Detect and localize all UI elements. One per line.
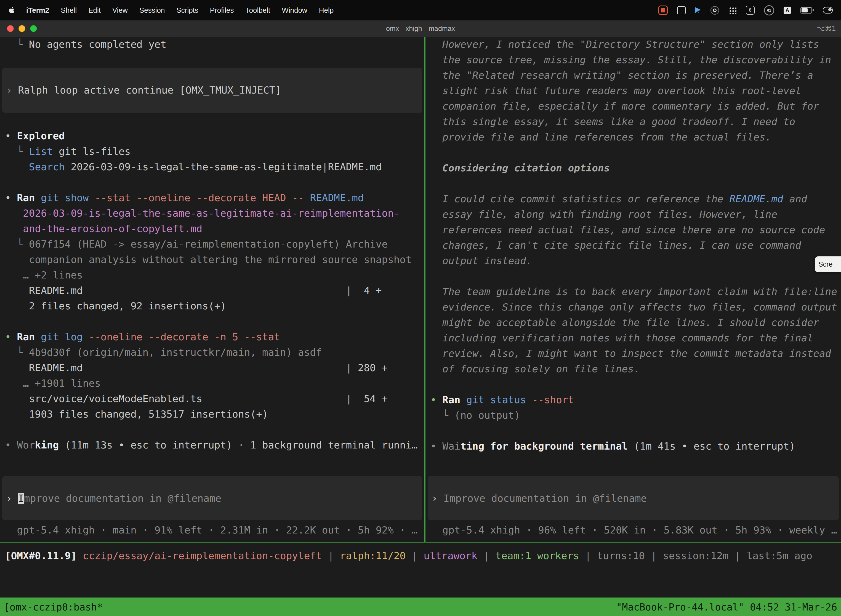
text-segment: session:12m	[663, 550, 728, 561]
text-segment: └	[5, 39, 29, 50]
text-segment: •	[5, 130, 17, 142]
window-title: omx --xhigh --madmax	[0, 25, 841, 32]
window-title-bar[interactable]: omx --xhigh --madmax ⌥⌘1	[0, 21, 841, 37]
text-segment: Ran	[17, 331, 35, 343]
terminal-line: … +2 lines	[0, 267, 424, 283]
terminal-line: I could cite commit statistics or refere…	[425, 191, 841, 207]
text-segment: cczip/essay/ai-reimplementation-copyleft	[83, 550, 322, 561]
left-pane-output: • Explored └ List git ls-files Search 20…	[0, 113, 424, 453]
text-segment: |	[579, 550, 597, 561]
menu-bar-status-icons: 8 61 A	[658, 5, 833, 15]
text-segment: might be acceptable alongside the file l…	[431, 317, 819, 328]
text-segment: git ls-files	[53, 146, 130, 157]
menu-item-session[interactable]: Session	[139, 6, 165, 15]
terminal-line	[0, 113, 424, 128]
prompt-chevron-icon: ›	[432, 493, 443, 504]
text-segment: 1 background terminal runni…	[250, 439, 418, 451]
menu-item-view[interactable]: View	[112, 6, 128, 15]
menu-item-shell[interactable]: Shell	[61, 6, 77, 15]
minimize-window-button[interactable]	[19, 25, 25, 32]
text-segment: (1m 41s • esc to interrupt)	[628, 440, 795, 452]
text-segment: gpt-5.4 xhigh · 96% left · 520K in · 5.8…	[442, 524, 837, 536]
pointer-app-icon[interactable]	[695, 7, 701, 13]
text-segment: (no output)	[454, 409, 520, 421]
text-segment: output instead.	[431, 255, 532, 266]
text-segment: 2026-03-09-is-legal-the-same-as-legitima…	[65, 161, 382, 173]
battery-gauge-icon[interactable]: 61	[764, 5, 774, 15]
text-segment: … +2 lines	[5, 269, 83, 281]
dots-grid-icon[interactable]	[728, 6, 736, 14]
terminal-line: • Ran git status --short	[425, 392, 841, 408]
menu-item-window[interactable]: Window	[282, 6, 307, 15]
text-segment: --short	[526, 394, 574, 405]
text-segment: 2026-03-09-is-legal-the-same-as-legitima…	[23, 208, 400, 219]
menu-item-toolbelt[interactable]: Toolbelt	[246, 6, 270, 15]
text-segment: •	[5, 439, 17, 451]
window-controls	[0, 25, 37, 32]
terminal-content: └ No agents completed yet › Ralph loop a…	[0, 37, 841, 542]
terminal-line: 2026-03-09-is-legal-the-same-as-legitima…	[0, 205, 424, 221]
battery-icon[interactable]	[800, 7, 812, 13]
terminal-line: changes, I can't cite specific file line…	[425, 238, 841, 253]
right-terminal-pane[interactable]: However, I noticed the "Directory Struct…	[425, 37, 841, 542]
text-segment: (11m 13s • esc to interrupt)	[59, 439, 232, 451]
keystroke-icon[interactable]: 8	[746, 6, 755, 15]
text-segment: essay file, along with finding root file…	[431, 209, 777, 220]
terminal-line	[425, 377, 841, 392]
left-prompt-input[interactable]: › Improve documentation in @filename	[2, 476, 422, 520]
terminal-line: companion file, especially if more comme…	[425, 98, 841, 114]
terminal-line: However, I noticed the "Directory Struct…	[425, 37, 841, 52]
terminal-line: the "Related research writing" section i…	[425, 67, 841, 83]
zoom-window-button[interactable]	[30, 25, 37, 32]
text-segment	[460, 394, 466, 405]
text-segment: review. Also, I might want to inspect th…	[431, 348, 831, 359]
right-input-text: Improve documentation in @filename	[443, 493, 647, 504]
menu-item-profiles[interactable]: Profiles	[210, 6, 234, 15]
menu-item-edit[interactable]: Edit	[88, 6, 101, 15]
close-window-button[interactable]	[7, 25, 14, 32]
terminal-line: README.md | 4 +	[0, 283, 424, 298]
menu-item-help[interactable]: Help	[319, 6, 334, 15]
terminal-line: references need actual files, and since …	[425, 222, 841, 238]
terminal-line	[425, 268, 841, 284]
tmux-status-bar: [omx-cczip0:bash* "MacBook-Pro-44.local"…	[0, 597, 841, 616]
text-segment: ultrawork	[423, 550, 477, 561]
text-segment: provide file and line references from th…	[431, 131, 771, 143]
text-segment	[5, 161, 29, 173]
screen-share-popup[interactable]: Scre	[815, 257, 841, 272]
text-segment: the "Related research writing" section i…	[431, 70, 813, 81]
text-segment: •	[431, 394, 442, 405]
text-segment: Ran	[442, 394, 460, 405]
right-prompt-input[interactable]: › Improve documentation in @filename	[428, 476, 839, 520]
control-center-icon[interactable]	[823, 7, 833, 13]
terminal-line: • Explored	[0, 128, 424, 144]
right-session-stats: gpt-5.4 xhigh · 96% left · 520K in · 5.8…	[425, 522, 841, 538]
tmux-host-clock: "MacBook-Pro-44.local" 04:52 31-Mar-26	[616, 602, 837, 613]
terminal-line: The team guideline is to back every impo…	[425, 284, 841, 299]
circle-app-icon[interactable]	[711, 6, 719, 15]
apple-menu-icon[interactable]	[8, 6, 15, 14]
text-segment: of focusing solely on file lines.	[431, 363, 640, 374]
text-segment	[5, 208, 23, 219]
terminal-line: └ List git ls-files	[0, 144, 424, 159]
text-segment: |	[645, 550, 663, 561]
menu-item-scripts[interactable]: Scripts	[176, 6, 198, 15]
left-terminal-pane[interactable]: └ No agents completed yet › Ralph loop a…	[0, 37, 424, 542]
text-segment: slight risk that future readers may over…	[431, 85, 801, 96]
screen-recording-icon[interactable]	[658, 6, 668, 15]
terminal-line: review. Also, I might want to inspect th…	[425, 346, 841, 361]
text-segment: Wor	[17, 439, 35, 451]
terminal-line: output instead.	[425, 253, 841, 268]
terminal-line	[0, 422, 424, 437]
terminal-line: Search 2026-03-09-is-legal-the-same-as-l…	[0, 159, 424, 175]
terminal-line	[425, 423, 841, 439]
window-tile-icon[interactable]	[677, 6, 686, 14]
terminal-line	[0, 314, 424, 329]
text-segment: Considering citation options	[431, 162, 610, 174]
menu-item-iterm2[interactable]: iTerm2	[26, 6, 49, 15]
text-segment: •	[5, 331, 17, 343]
text-segment: README.md | 4 +	[5, 285, 382, 296]
text-segment: Search	[29, 161, 65, 173]
input-source-icon[interactable]: A	[784, 7, 791, 14]
text-segment: List	[29, 146, 53, 157]
